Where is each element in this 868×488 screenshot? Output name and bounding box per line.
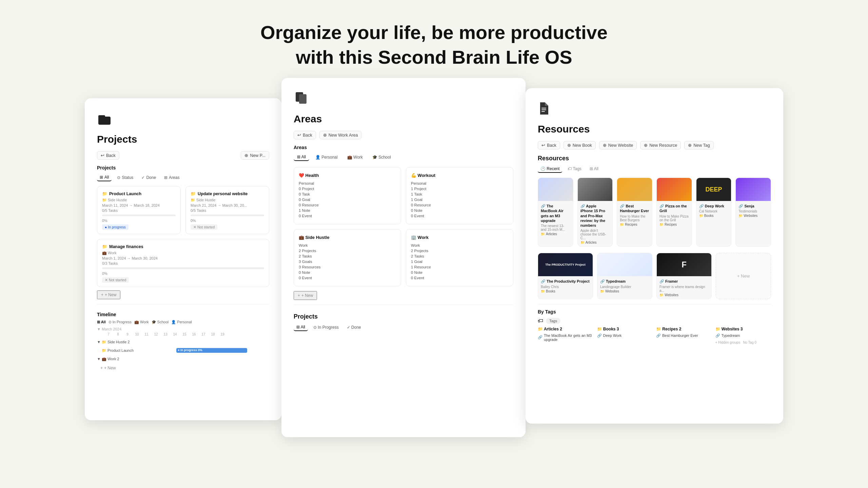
filter-tab-done[interactable]: ✓ Done: [139, 174, 159, 181]
ap-tab-inprogress[interactable]: ⊙ In Progress: [311, 324, 341, 331]
new-book-button[interactable]: ⊕ New Book: [564, 141, 596, 149]
timeline-tab-school[interactable]: 🎓 School: [152, 320, 169, 324]
resource-framer[interactable]: F 🔗 Framer Framer is where teams design …: [656, 253, 712, 299]
new-tag-button[interactable]: ⊕ New Tag: [684, 141, 713, 149]
projects-toolbar: ↩ Back ⊕ New P...: [97, 151, 269, 160]
svg-rect-3: [299, 94, 307, 104]
timeline-tab-work[interactable]: 💼 Work: [134, 320, 149, 324]
timeline-tab-personal[interactable]: 👤 Personal: [171, 320, 192, 324]
filter-tab-areas[interactable]: ⊞ Areas: [161, 174, 182, 181]
plus-icon-3: ⊕: [323, 133, 327, 138]
resource-typedream-title: 🔗 Typedream: [600, 279, 649, 284]
project-3-progress-bar: [102, 267, 264, 269]
area-tab-personal[interactable]: 👤 Personal: [312, 154, 341, 161]
timeline-tab-all[interactable]: ⊞ All: [97, 320, 106, 324]
resource-new-label: + New: [737, 273, 750, 279]
tag-col-recipes: 📁 Recipes 2 🔗 Best Hamburger Ever: [656, 327, 712, 344]
resources-tabs: 🕐 Recent 🏷 Tags ⊞ All: [538, 165, 771, 173]
res-tab-all[interactable]: ⊞ All: [587, 165, 601, 173]
resources-back-button[interactable]: ↩ Back: [538, 141, 560, 149]
areas-projects-section: Projects ⊞ All ⊙ In Progress ✓ Done: [294, 313, 513, 331]
areas-toolbar: ↩ Back ⊕ New Work Area: [294, 131, 513, 139]
project-card-1[interactable]: 📁 Product Launch 📁 Side Hustle March 11,…: [97, 186, 181, 234]
project-1-progress-bar: [102, 215, 176, 216]
project-3-status: ✕ Not started: [102, 277, 129, 283]
area-health-title: ❤️ Health: [299, 173, 396, 178]
area-sidehustle[interactable]: 💼 Side Hustle Work 2 Projects 2 Tasks 3 …: [294, 229, 401, 286]
tag-col-articles: 📁 Articles 2 🔗 The MacBook Air gets an M…: [538, 327, 594, 344]
new-work-area-button[interactable]: ⊕ New Work Area: [319, 131, 362, 139]
project-card-2[interactable]: 📁 Update personal website 📁 Side Hustle …: [185, 186, 269, 234]
new-resource-button[interactable]: ⊕ New Resource: [640, 141, 681, 149]
resource-pizza[interactable]: 🔗 Pizza on the Grill How to Make Pizza o…: [656, 178, 692, 247]
project-1-tag: 📁 Side Hustle: [102, 198, 176, 202]
project-3-date: March 1, 2024 → March 30, 2024: [102, 256, 264, 260]
ap-tab-done[interactable]: ✓ Done: [344, 324, 364, 331]
area-tab-school[interactable]: 🎓 School: [369, 154, 394, 161]
areas-projects-filter: ⊞ All ⊙ In Progress ✓ Done: [294, 324, 513, 331]
plus-icon-6: ⊕: [603, 143, 607, 148]
resource-macbook[interactable]: 🔗 The MacBook Air gets an M3 upgrade The…: [538, 178, 573, 247]
resource-iphone[interactable]: 🔗 Apple iPhone 15 Pro and Pro-Max review…: [577, 178, 613, 247]
new-website-button[interactable]: ⊕ New Website: [599, 141, 637, 149]
resource-productivity-title: 🔗 The Productivity Project: [541, 279, 590, 284]
timeline-section: Timeline ⊞ All ⊙ In Progress 💼 Work 🎓 Sc…: [97, 312, 269, 372]
resource-macbook-img: [538, 178, 573, 201]
resource-iphone-img: [578, 178, 613, 201]
plus-icon-4: +: [298, 293, 300, 298]
filter-tab-all[interactable]: ⊞ All: [97, 174, 112, 181]
back-icon-3: ↩: [541, 143, 545, 148]
tag-col-books: 📁 Books 3 🔗 Deep Work: [597, 327, 653, 344]
project-card-3[interactable]: 📁 Manage finances 💼 Work March 1, 2024 →…: [97, 239, 269, 287]
svg-rect-5: [541, 109, 546, 110]
project-2-tasks: 0/5 Tasks: [191, 208, 264, 212]
resources-card: Resources ↩ Back ⊕ New Book ⊕ New Websit…: [526, 88, 783, 424]
add-new-area-btn[interactable]: + + New: [294, 291, 317, 300]
project-2-tag: 📁 Side Hustle: [191, 198, 264, 202]
resource-grid-1: 🔗 The MacBook Air gets an M3 upgrade The…: [538, 178, 771, 247]
back-button[interactable]: ↩ Back: [97, 151, 119, 160]
new-project-button[interactable]: ⊕ New P...: [241, 151, 269, 160]
hero-line1: Organize your life, be more productive: [0, 20, 868, 45]
areas-section-label: Areas: [294, 145, 513, 150]
resource-new-placeholder[interactable]: + New: [716, 253, 771, 299]
project-2-status: ✕ Not started: [191, 224, 217, 230]
res-tab-tags[interactable]: 🏷 Tags: [565, 165, 584, 173]
area-work[interactable]: 🏢 Work Work 2 Projects 2 Tasks 1 Goal 1 …: [406, 229, 513, 286]
svg-rect-4: [541, 108, 546, 108]
area-tab-all[interactable]: ⊞ All: [294, 154, 309, 161]
hero-line2: with this Second Brain Life OS: [0, 45, 868, 70]
projects-card: Projects ↩ Back ⊕ New P... Projects ⊞ Al…: [85, 98, 281, 420]
project-3-pct: 0%: [102, 271, 264, 276]
svg-rect-6: [541, 111, 545, 112]
project-3-tasks: 0/3 Tasks: [102, 261, 264, 265]
hero-title: Organize your life, be more productive w…: [0, 20, 868, 70]
filter-tab-status[interactable]: ⊙ Status: [114, 174, 136, 181]
resources-title: Resources: [538, 123, 771, 135]
resource-macbook-title: 🔗 The MacBook Air gets an M3 upgrade: [541, 204, 570, 223]
resource-burger[interactable]: 🔗 Best Hamburger Ever How to Make the Be…: [617, 178, 652, 247]
tags-pill[interactable]: Tags: [546, 318, 560, 324]
timeline-tab-inprogress[interactable]: ⊙ In Progress: [108, 320, 132, 324]
hidden-groups-label: + Hidden groups: [715, 341, 741, 344]
timeline-item-productlaunch: 📁 Product Launch ● In progress 0%: [97, 347, 269, 353]
add-new-project-btn[interactable]: + + New: [97, 290, 120, 299]
res-tab-recent[interactable]: 🕐 Recent: [538, 165, 562, 173]
resource-senja[interactable]: 🔗 Senja Testimonials 📁 Websites: [735, 178, 771, 247]
projects-filter-tabs: ⊞ All ⊙ Status ✓ Done ⊞ Areas: [97, 174, 269, 181]
tags-icon: 🏷: [538, 318, 543, 324]
timeline-title: Timeline: [97, 312, 269, 317]
resource-productivity[interactable]: The PRODUCTIVITY Project 🔗 The Productiv…: [538, 253, 593, 299]
area-workout-title: 💪 Workout: [411, 173, 508, 178]
area-work-title: 🏢 Work: [411, 235, 508, 240]
area-health[interactable]: ❤️ Health Personal 0 Project 0 Task 0 Go…: [294, 167, 401, 224]
areas-icon: [294, 91, 513, 109]
timeline-add-new[interactable]: + + New: [97, 364, 269, 372]
area-workout[interactable]: 💪 Workout Personal 1 Project 1 Task 1 Go…: [406, 167, 513, 224]
areas-filter-tabs: ⊞ All 👤 Personal 💼 Work 🎓 School: [294, 154, 513, 161]
ap-tab-all[interactable]: ⊞ All: [294, 324, 308, 331]
areas-back-button[interactable]: ↩ Back: [294, 131, 316, 139]
resource-typedream[interactable]: 🔗 Typedream Landingpage Builder 📁 Websit…: [597, 253, 652, 299]
area-tab-work[interactable]: 💼 Work: [344, 154, 366, 161]
resource-deepwork[interactable]: DEEP 🔗 Deep Work Cal Network 📁 Books: [696, 178, 732, 247]
